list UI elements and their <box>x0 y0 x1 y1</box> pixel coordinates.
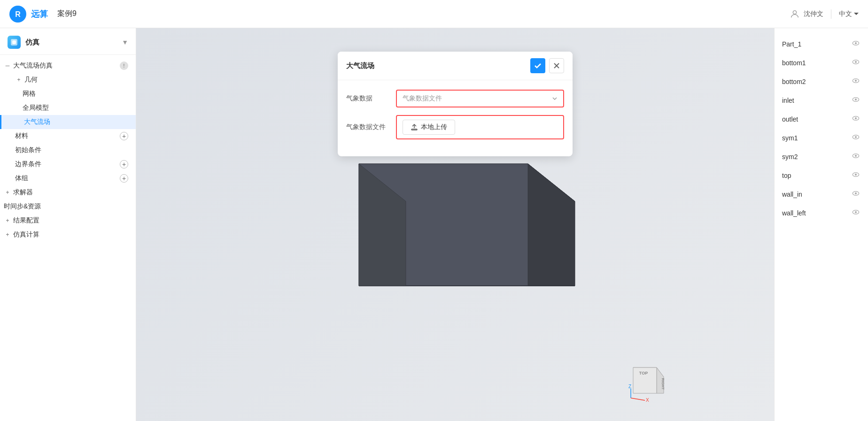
right-panel-item-sym1[interactable]: sym1 <box>775 129 868 147</box>
svg-marker-6 <box>528 164 575 286</box>
tree-item-result-config[interactable]: + 结果配置 <box>0 214 136 228</box>
right-panel-item-top[interactable]: top <box>775 166 868 185</box>
orientation-cube-area: TOP RIGHT Z X <box>619 358 671 412</box>
tree-item-init-cond[interactable]: 初始条件 <box>0 143 136 157</box>
tree-label-init-cond: 初始条件 <box>15 146 128 154</box>
form-row-weather-file: 气象数据文件 本地上传 <box>346 115 564 139</box>
svg-point-19 <box>855 61 857 63</box>
orientation-cube[interactable]: TOP RIGHT Z X <box>619 358 671 410</box>
tree-label-global-model: 全局模型 <box>23 104 128 112</box>
sidebar-header-left: 仿真 <box>8 36 39 49</box>
dialog-confirm-button[interactable] <box>530 58 545 73</box>
select-chevron-icon <box>552 96 558 101</box>
eye-toggle-top[interactable] <box>851 170 860 181</box>
right-panel-item-bottom2[interactable]: bottom2 <box>775 72 868 91</box>
dialog-close-button[interactable] <box>549 58 564 73</box>
logo-text: 远算 <box>31 8 48 20</box>
upload-button[interactable]: 本地上传 <box>403 120 455 135</box>
dialog-title: 大气流场 <box>346 61 374 70</box>
tree-label-material: 材料 <box>15 132 118 140</box>
svg-point-31 <box>855 174 857 176</box>
sidebar-collapse-button[interactable]: ▼ <box>122 38 128 46</box>
project-title: 案例9 <box>57 9 77 19</box>
weather-file-control: 本地上传 <box>396 115 564 139</box>
topbar: R 远算 案例9 沈仲文 中文 <box>0 0 868 28</box>
right-panel-list: Part_1 bottom1 bottom2 inlet outlet sym1… <box>775 35 868 222</box>
eye-toggle-part1[interactable] <box>851 38 860 50</box>
svg-point-17 <box>855 42 857 44</box>
tree-item-boundary[interactable]: 边界条件 + <box>0 157 136 171</box>
weather-data-control: 气象数据文件 <box>396 90 564 107</box>
tree-item-geometry[interactable]: + 几何 <box>0 73 136 87</box>
svg-point-21 <box>855 80 857 82</box>
eye-toggle-sym1[interactable] <box>851 132 860 144</box>
topbar-divider <box>831 9 831 19</box>
svg-rect-12 <box>411 129 417 130</box>
x-label: X <box>646 398 649 403</box>
right-item-label-sym1: sym1 <box>782 134 798 142</box>
user-icon <box>790 9 800 19</box>
svg-point-2 <box>793 10 796 14</box>
tree-label-result-config: 结果配置 <box>13 216 128 225</box>
eye-toggle-bottom1[interactable] <box>851 57 860 69</box>
z-label: Z <box>628 384 631 389</box>
svg-point-23 <box>855 99 857 100</box>
tree-item-atm-sim[interactable]: ─ 大气流场仿真 ! <box>0 59 136 73</box>
right-panel-item-wall_left[interactable]: wall_left <box>775 204 868 222</box>
right-item-label-wall_left: wall_left <box>782 209 806 217</box>
tree-label-mesh: 网格 <box>23 90 128 98</box>
svg-point-25 <box>855 117 857 119</box>
tree-label-boundary: 边界条件 <box>15 160 118 168</box>
info-badge: ! <box>120 61 128 70</box>
svg-text:R: R <box>15 10 21 18</box>
main-layout: 仿真 ▼ ─ 大气流场仿真 ! + 几何 网格 全局模型 <box>0 28 868 421</box>
collapse-icon: ─ <box>4 62 11 69</box>
tree-item-solver[interactable]: + 求解器 <box>0 185 136 199</box>
tree-item-atm-flow[interactable]: 大气流场 <box>0 115 136 129</box>
tree-label-geometry: 几何 <box>24 76 128 84</box>
lang-text: 中文 <box>839 10 852 18</box>
eye-toggle-sym2[interactable] <box>851 151 860 162</box>
add-boundary-icon[interactable]: + <box>120 160 128 168</box>
form-row-weather-data: 气象数据 气象数据文件 <box>346 90 564 107</box>
dialog-overlay: 大气流场 <box>338 52 573 156</box>
user-name: 沈仲文 <box>804 10 823 18</box>
logo-area: R 远算 <box>9 6 48 23</box>
weather-file-label: 气象数据文件 <box>346 123 388 131</box>
eye-toggle-outlet[interactable] <box>851 114 860 125</box>
tree-container: ─ 大气流场仿真 ! + 几何 网格 全局模型 大气流场 <box>0 55 136 421</box>
tree-item-time-step[interactable]: 时间步&资源 <box>0 199 136 214</box>
right-panel-item-bottom1[interactable]: bottom1 <box>775 54 868 72</box>
eye-toggle-wall_left[interactable] <box>851 207 860 219</box>
tree-item-body-group[interactable]: 体组 + <box>0 171 136 185</box>
right-panel-item-outlet[interactable]: outlet <box>775 110 868 129</box>
eye-toggle-bottom2[interactable] <box>851 76 860 87</box>
tree-item-global-model[interactable]: 全局模型 <box>0 101 136 115</box>
upload-area: 本地上传 <box>396 115 564 139</box>
add-material-icon[interactable]: + <box>120 132 128 140</box>
user-info[interactable]: 沈仲文 <box>790 9 823 19</box>
tree-item-material[interactable]: 材料 + <box>0 129 136 143</box>
add-body-group-icon[interactable]: + <box>120 174 128 183</box>
expand-icon-sim-compute: + <box>4 231 11 238</box>
dialog-action-buttons <box>530 58 564 73</box>
right-panel-item-part1[interactable]: Part_1 <box>775 35 868 54</box>
eye-toggle-wall_in[interactable] <box>851 189 860 200</box>
right-panel-item-sym2[interactable]: sym2 <box>775 147 868 166</box>
sidebar: 仿真 ▼ ─ 大气流场仿真 ! + 几何 网格 全局模型 <box>0 28 136 421</box>
weather-data-label: 气象数据 <box>346 94 388 103</box>
tree-label-body-group: 体组 <box>15 174 118 183</box>
tree-item-sim-compute[interactable]: + 仿真计算 <box>0 228 136 242</box>
tree-label-atm-flow: 大气流场 <box>24 118 128 126</box>
right-item-label-outlet: outlet <box>782 115 798 123</box>
tree-label-time-step: 时间步&资源 <box>4 202 128 211</box>
tree-item-mesh[interactable]: 网格 <box>0 87 136 101</box>
right-panel-item-wall_in[interactable]: wall_in <box>775 185 868 204</box>
weather-data-select[interactable]: 气象数据文件 <box>396 90 564 107</box>
center-area: ↺ 大气流场 <box>136 28 774 421</box>
expand-icon-result: + <box>4 217 11 224</box>
right-panel-item-inlet[interactable]: inlet <box>775 91 868 110</box>
language-selector[interactable]: 中文 <box>839 10 859 18</box>
tree-label-solver: 求解器 <box>13 188 128 197</box>
eye-toggle-inlet[interactable] <box>851 95 860 106</box>
